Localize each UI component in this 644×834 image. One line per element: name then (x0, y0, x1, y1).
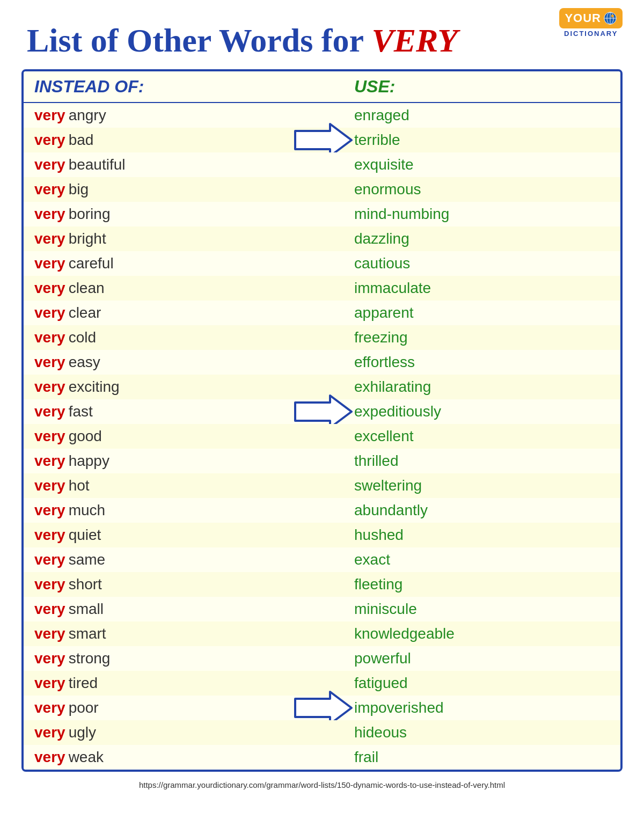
left-cell: very angry (34, 107, 322, 124)
very-label: very (34, 156, 65, 173)
synonym-label: excellent (322, 428, 610, 445)
svg-point-4 (611, 14, 614, 17)
adj-label: exciting (69, 378, 120, 396)
adj-label: hot (69, 477, 90, 494)
very-label: very (34, 131, 65, 149)
table-row: very smallminiscule (24, 597, 620, 621)
synonym-label: cautious (322, 255, 610, 272)
adj-label: careful (69, 255, 114, 272)
left-cell: very beautiful (34, 156, 322, 173)
very-label: very (34, 280, 65, 297)
adj-label: angry (69, 107, 106, 124)
title-highlight: VERY (371, 22, 458, 58)
synonym-label: impoverished (322, 699, 610, 716)
left-cell: very clean (34, 280, 322, 297)
very-label: very (34, 477, 65, 494)
very-label: very (34, 255, 65, 272)
table-body: very angryenragedvery bad terriblevery b… (24, 103, 620, 770)
adj-label: good (69, 428, 102, 445)
table-row: very hotsweltering (24, 473, 620, 498)
table-row: very shortfleeting (24, 572, 620, 597)
adj-label: bright (69, 230, 106, 247)
left-cell: very big (34, 181, 322, 198)
left-cell: very bad (34, 131, 322, 149)
word-table: INSTEAD OF: USE: very angryenragedvery b… (21, 69, 623, 772)
very-label: very (34, 329, 65, 346)
left-cell: very same (34, 551, 322, 568)
adj-label: happy (69, 452, 109, 470)
table-row: very poor impoverished (24, 696, 620, 720)
very-label: very (34, 428, 65, 445)
very-label: very (34, 403, 65, 420)
synonym-label: fatigued (322, 675, 610, 692)
very-label: very (34, 601, 65, 618)
logo-dictionary: DICTIONARY (564, 30, 618, 38)
table-row: very brightdazzling (24, 226, 620, 251)
adj-label: tired (69, 675, 98, 692)
header-use: USE: (322, 77, 610, 97)
logo-area: YOUR DICTIONARY (559, 8, 623, 38)
adj-label: small (69, 601, 104, 618)
table-row: very coldfreezing (24, 325, 620, 350)
left-cell: very careful (34, 255, 322, 272)
left-cell: very smart (34, 625, 322, 642)
very-label: very (34, 452, 65, 470)
very-label: very (34, 107, 65, 124)
synonym-label: knowledgeable (322, 625, 610, 642)
synonym-label: hushed (322, 526, 610, 544)
table-row: very beautifulexquisite (24, 152, 620, 177)
table-row: very bad terrible (24, 128, 620, 152)
left-cell: very bright (34, 230, 322, 247)
table-row: very goodexcellent (24, 424, 620, 449)
synonym-label: enormous (322, 181, 610, 198)
synonym-label: sweltering (322, 477, 610, 494)
footer-url: https://grammar.yourdictionary.com/gramm… (21, 780, 623, 789)
adj-label: fast (69, 403, 93, 420)
synonym-label: terrible (322, 131, 610, 149)
very-label: very (34, 675, 65, 692)
left-cell: very poor (34, 699, 322, 716)
adj-label: same (69, 551, 105, 568)
adj-label: boring (69, 206, 111, 223)
left-cell: very exciting (34, 378, 322, 396)
synonym-label: fleeting (322, 576, 610, 593)
left-cell: very small (34, 601, 322, 618)
adj-label: ugly (69, 724, 96, 741)
table-row: very weakfrail (24, 745, 620, 770)
very-label: very (34, 181, 65, 198)
very-label: very (34, 304, 65, 321)
svg-marker-7 (295, 692, 352, 724)
very-label: very (34, 502, 65, 519)
very-label: very (34, 230, 65, 247)
table-row: very muchabundantly (24, 498, 620, 523)
adj-label: big (69, 181, 89, 198)
synonym-label: immaculate (322, 280, 610, 297)
left-cell: very quiet (34, 526, 322, 544)
table-row: very cleanimmaculate (24, 276, 620, 301)
adj-label: clean (69, 280, 105, 297)
table-row: very happythrilled (24, 449, 620, 473)
synonym-label: powerful (322, 650, 610, 667)
adj-label: smart (69, 625, 106, 642)
very-label: very (34, 724, 65, 741)
adj-label: cold (69, 329, 96, 346)
very-label: very (34, 699, 65, 716)
very-label: very (34, 526, 65, 544)
very-label: very (34, 749, 65, 766)
table-row: very boringmind-numbing (24, 202, 620, 226)
very-label: very (34, 551, 65, 568)
table-row: very fast expeditiously (24, 399, 620, 424)
left-cell: very clear (34, 304, 322, 321)
adj-label: poor (69, 699, 99, 716)
synonym-label: frail (322, 749, 610, 766)
synonym-label: mind-numbing (322, 206, 610, 223)
left-cell: very hot (34, 477, 322, 494)
synonym-label: expeditiously (322, 403, 610, 420)
left-cell: very cold (34, 329, 322, 346)
adj-label: short (69, 576, 102, 593)
page-title: List of Other Words for VERY (21, 21, 623, 60)
table-row: very bigenormous (24, 177, 620, 202)
globe-icon (603, 11, 617, 25)
adj-label: strong (69, 650, 111, 667)
left-cell: very short (34, 576, 322, 593)
